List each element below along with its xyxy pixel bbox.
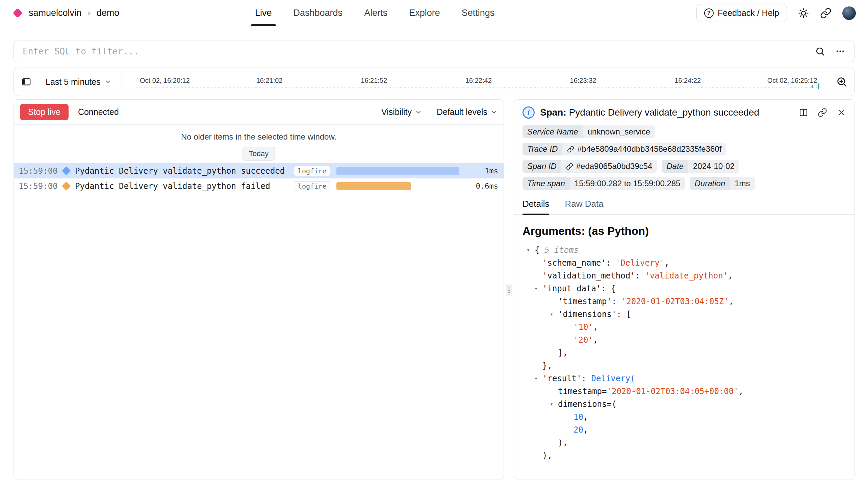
code-line: '10',: [514, 321, 854, 334]
code-token-pc: :: [606, 258, 616, 268]
sql-filter-input[interactable]: [23, 46, 805, 56]
code-line: ),: [514, 436, 854, 449]
badge-duration: Duration1ms: [690, 177, 755, 190]
collapse-toggle-icon[interactable]: ▾: [532, 372, 540, 385]
user-avatar[interactable]: [842, 6, 856, 20]
chevron-down-icon: [491, 109, 497, 116]
badge-label: Time span: [522, 177, 570, 190]
duration-bar-track: [336, 182, 463, 190]
code-token-str: '20': [573, 335, 593, 345]
code-token-str: '2020-01-02T03:04:05+00:00': [607, 387, 739, 396]
live-panel-header: Stop live Connected Visibility Default l…: [14, 100, 504, 125]
nav-tab-settings[interactable]: Settings: [462, 0, 495, 26]
badge-value: unknown_service: [583, 125, 655, 138]
duration-bar: [336, 167, 459, 175]
duration-bar: [336, 182, 411, 190]
code-line: ▾'dimensions': [: [514, 308, 854, 321]
app-header: samuelcolvin › demo LiveDashboardsAlerts…: [0, 0, 868, 26]
feedback-help-button[interactable]: ? Feedback / Help: [696, 4, 787, 22]
default-levels-dropdown[interactable]: Default levels: [437, 107, 497, 117]
panel-columns-icon[interactable]: [799, 108, 808, 117]
span-title-text: Pydantic Delivery validate_python succee…: [569, 107, 759, 118]
search-icon[interactable]: [815, 46, 825, 56]
collapse-toggle-icon[interactable]: ▾: [525, 244, 532, 257]
badge-service-name: Service Nameunknown_service: [522, 125, 655, 138]
row-tag-badge[interactable]: logfire: [294, 166, 330, 176]
row-duration: 0.6ms: [470, 182, 498, 190]
nav-tab-dashboards[interactable]: Dashboards: [293, 0, 343, 26]
arguments-heading: Arguments: (as Python): [514, 225, 854, 238]
code-token-meta: 5 items: [539, 245, 579, 255]
visibility-dropdown[interactable]: Visibility: [381, 107, 422, 117]
time-range-label: Last 5 minutes: [46, 77, 101, 87]
span-detail-panel: i Span: Pydantic Delivery validate_pytho…: [514, 99, 854, 480]
code-token-pc: ,: [729, 297, 734, 306]
close-icon[interactable]: [837, 108, 846, 117]
logfire-logo-icon[interactable]: [13, 8, 23, 18]
collapse-toggle-icon[interactable]: ▾: [532, 282, 540, 295]
nav-tab-live[interactable]: Live: [255, 0, 272, 26]
trace-row[interactable]: 15:59:00Pydantic Delivery validate_pytho…: [14, 163, 504, 178]
code-token-key: 'dimensions': [558, 310, 616, 319]
badge-value-text: 1ms: [735, 179, 750, 188]
breadcrumb-org[interactable]: samuelcolvin: [29, 8, 81, 18]
span-detail-actions: [799, 108, 846, 117]
badge-value: 15:59:00.282 to 15:59:00.285: [570, 177, 685, 190]
badge-value: 2024-10-02: [688, 160, 739, 173]
badge-value-text: 2024-10-02: [693, 162, 735, 171]
trace-row[interactable]: 15:59:00Pydantic Delivery validate_pytho…: [14, 178, 504, 194]
theme-toggle-icon[interactable]: [798, 7, 809, 19]
code-line: 10,: [514, 411, 854, 423]
timeline-tick-label: Oct 02, 16:20:12: [140, 77, 190, 84]
code-token-pc: ,: [583, 425, 588, 435]
code-line: timestamp='2020-01-02T03:04:05+00:00',: [514, 385, 854, 398]
code-line: 'validation_method': 'validate_python',: [514, 269, 854, 282]
code-line: ▾'result': Delivery(: [514, 372, 854, 385]
tab-details[interactable]: Details: [522, 199, 549, 214]
code-line: ],: [514, 346, 854, 359]
code-token-cls: Delivery(: [591, 374, 635, 383]
badge-value: 1ms: [730, 177, 755, 190]
resize-grip-handle[interactable]: [506, 285, 512, 296]
code-token-pc: ,: [583, 412, 588, 422]
timeline-tick-label: 16:23:32: [570, 77, 596, 84]
span-detail-header: i Span: Pydantic Delivery validate_pytho…: [514, 100, 854, 123]
more-options-icon[interactable]: [835, 46, 845, 56]
badge-label: Service Name: [522, 125, 583, 138]
code-token-key: 'schema_name': [542, 258, 606, 268]
code-token-num: 10: [573, 412, 583, 422]
main-nav: LiveDashboardsAlertsExploreSettings: [255, 0, 494, 26]
row-span-title: Pydantic Delivery validate_python failed: [75, 181, 294, 191]
code-token-pc: ),: [558, 438, 568, 447]
badge-value: #eda9065a0bd39c54: [561, 160, 657, 173]
badge-value-text: #eda9065a0bd39c54: [576, 162, 653, 171]
timeline-tick-label: 16:22:42: [465, 77, 492, 84]
share-link-icon[interactable]: [820, 7, 832, 19]
nav-tab-alerts[interactable]: Alerts: [364, 0, 387, 26]
collapse-toggle-icon[interactable]: ▾: [548, 398, 555, 411]
tab-raw-data[interactable]: Raw Data: [565, 199, 603, 214]
breadcrumb: samuelcolvin › demo: [12, 8, 119, 18]
time-range-select[interactable]: Last 5 minutes: [34, 77, 118, 87]
question-icon: ?: [704, 8, 714, 18]
nav-tab-explore[interactable]: Explore: [409, 0, 440, 26]
code-token-str: '2020-01-02T03:04:05Z': [621, 297, 729, 306]
timeline-tick-label: Oct 02, 16:25:12: [767, 77, 817, 84]
timeline-track[interactable]: Oct 02, 16:20:1216:21:0216:21:5216:22:42…: [126, 68, 831, 96]
row-tag-badge[interactable]: logfire: [294, 181, 330, 191]
link-icon[interactable]: [566, 163, 573, 170]
badge-row: Trace ID#b4e5809a440dbb3458e68d2335fe360…: [522, 143, 846, 155]
stop-live-button[interactable]: Stop live: [20, 104, 69, 120]
code-token-pc: {: [535, 245, 539, 255]
link-icon[interactable]: [567, 146, 574, 153]
breadcrumb-project[interactable]: demo: [97, 8, 120, 18]
zoom-in-icon[interactable]: [836, 76, 847, 88]
code-token-pc: :: [635, 271, 645, 280]
sidebar-toggle-icon[interactable]: [19, 74, 34, 90]
code-token-num: 20: [573, 425, 583, 435]
detail-tabs: Details Raw Data: [514, 199, 854, 215]
connection-status: Connected: [78, 107, 119, 117]
code-token-str: 'validate_python': [645, 271, 728, 280]
collapse-toggle-icon[interactable]: ▾: [548, 308, 555, 321]
copy-link-icon[interactable]: [818, 108, 827, 117]
